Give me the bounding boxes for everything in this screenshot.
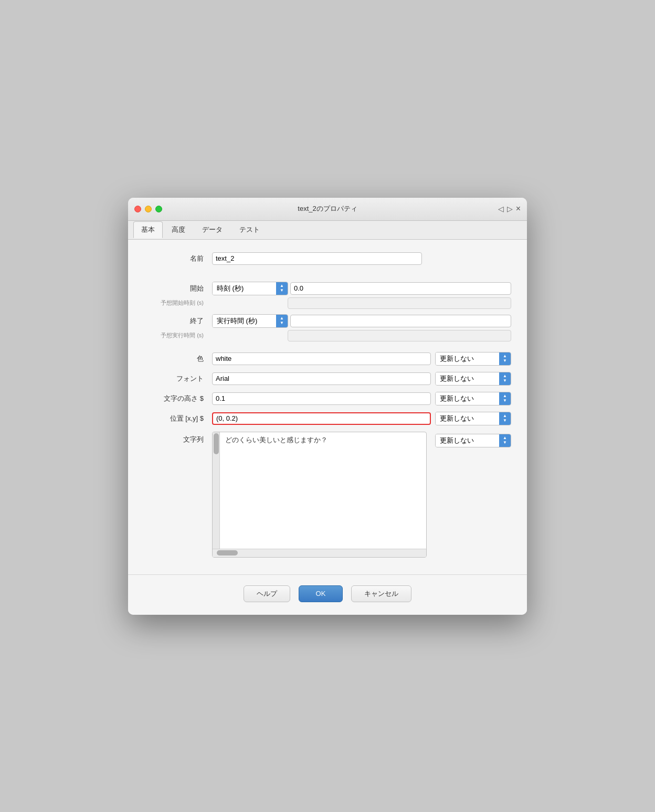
position-input[interactable]	[212, 412, 431, 425]
tab-test[interactable]: テスト	[231, 221, 268, 238]
close-button[interactable]	[134, 206, 141, 212]
color-label: 色	[144, 354, 212, 364]
font-update-dropdown[interactable]: 更新しない ▲ ▼	[435, 372, 511, 386]
end-dropdown[interactable]: 実行時間 (秒) ▲ ▼	[212, 314, 288, 328]
color-row: 色 更新しない ▲ ▼	[144, 352, 511, 366]
maximize-button[interactable]	[155, 206, 162, 212]
end-value-input[interactable]	[290, 315, 511, 327]
charheight-label: 文字の高さ $	[144, 394, 212, 403]
string-update-arrows[interactable]: ▲ ▼	[499, 434, 511, 447]
cancel-button[interactable]: キャンセル	[351, 585, 411, 602]
nav-close-icon[interactable]: ×	[516, 204, 521, 213]
titlebar: text_2のプロパティ ◁ ▷ ×	[128, 198, 527, 221]
string-row: 文字列 どのくらい美しいと感じますか？ 更新しない ▲ ▼	[144, 432, 511, 558]
font-update-text: 更新しない	[436, 372, 499, 385]
down-arrow-icon4: ▼	[503, 379, 507, 383]
start-dropdown-arrows[interactable]: ▲ ▼	[276, 282, 288, 295]
font-input[interactable]	[212, 372, 431, 385]
predicted-start-input	[288, 297, 511, 309]
name-row: 名前	[144, 252, 511, 265]
color-input[interactable]	[212, 352, 431, 365]
down-arrow-icon7: ▼	[503, 441, 507, 445]
down-arrow-icon3: ▼	[503, 359, 507, 363]
minimize-button[interactable]	[145, 206, 152, 212]
color-update-arrows[interactable]: ▲ ▼	[499, 352, 511, 365]
end-dropdown-arrows[interactable]: ▲ ▼	[276, 315, 288, 327]
down-arrow-icon2: ▼	[280, 321, 284, 325]
tab-advanced[interactable]: 高度	[164, 221, 193, 238]
charheight-input[interactable]	[212, 392, 431, 405]
nav-next-icon[interactable]: ▷	[507, 205, 513, 213]
name-input[interactable]	[212, 252, 422, 265]
traffic-lights	[134, 206, 162, 212]
predicted-end-label: 予想実行時間 (s)	[144, 332, 212, 339]
up-arrow-icon5: ▲	[503, 394, 507, 398]
charheight-update-dropdown[interactable]: 更新しない ▲ ▼	[435, 392, 511, 405]
h-scrollbar-thumb[interactable]	[217, 550, 238, 555]
scrollbar-thumb[interactable]	[214, 433, 219, 454]
string-label: 文字列	[144, 432, 212, 444]
h-scrollbar-area	[213, 549, 426, 557]
property-window: text_2のプロパティ ◁ ▷ × 基本 高度 データ テスト 名前 開始 時…	[128, 198, 527, 615]
up-arrow-icon4: ▲	[503, 374, 507, 378]
nav-prev-icon[interactable]: ◁	[498, 205, 504, 213]
ok-button[interactable]: OK	[299, 585, 343, 602]
string-textarea-area: どのくらい美しいと感じますか？	[212, 432, 427, 558]
position-label: 位置 [x,y] $	[144, 414, 212, 423]
charheight-update-text: 更新しない	[436, 392, 499, 405]
footer: ヘルプ OK キャンセル	[128, 574, 527, 615]
name-label: 名前	[144, 254, 212, 263]
up-arrow-icon7: ▲	[503, 436, 507, 440]
form-content: 名前 開始 時刻 (秒) ▲ ▼ 予想開始時刻 (s)	[128, 240, 527, 574]
position-update-arrows[interactable]: ▲ ▼	[499, 412, 511, 425]
up-arrow-icon3: ▲	[503, 354, 507, 358]
tabs-bar: 基本 高度 データ テスト	[128, 221, 527, 240]
predicted-end-input	[288, 330, 511, 341]
end-dropdown-text: 実行時間 (秒)	[213, 315, 276, 327]
start-value-input[interactable]	[290, 282, 511, 295]
tab-data[interactable]: データ	[194, 221, 230, 238]
font-label: フォント	[144, 374, 212, 383]
font-update-arrows[interactable]: ▲ ▼	[499, 372, 511, 385]
color-update-text: 更新しない	[436, 352, 499, 365]
up-arrow-icon6: ▲	[503, 414, 507, 418]
color-update-dropdown[interactable]: 更新しない ▲ ▼	[435, 352, 511, 366]
position-row: 位置 [x,y] $ 更新しない ▲ ▼	[144, 412, 511, 425]
position-update-text: 更新しない	[436, 412, 499, 425]
string-text: どのくらい美しいと感じますか？	[225, 436, 328, 444]
up-arrow-icon2: ▲	[280, 316, 284, 320]
scrollbar-track	[213, 432, 220, 557]
help-button[interactable]: ヘルプ	[244, 585, 290, 602]
string-content[interactable]: どのくらい美しいと感じますか？	[221, 432, 426, 557]
titlebar-nav: ◁ ▷ ×	[498, 204, 521, 213]
start-dropdown-text: 時刻 (秒)	[213, 282, 276, 295]
font-row: フォント 更新しない ▲ ▼	[144, 372, 511, 386]
string-update-dropdown[interactable]: 更新しない ▲ ▼	[435, 434, 511, 447]
end-label: 終了	[144, 316, 212, 326]
start-label: 開始	[144, 284, 212, 293]
window-title: text_2のプロパティ	[298, 204, 357, 213]
string-update-text: 更新しない	[436, 434, 499, 447]
tab-basic[interactable]: 基本	[133, 221, 163, 238]
position-update-dropdown[interactable]: 更新しない ▲ ▼	[435, 412, 511, 425]
up-arrow-icon: ▲	[280, 284, 284, 288]
down-arrow-icon6: ▼	[503, 419, 507, 423]
charheight-update-arrows[interactable]: ▲ ▼	[499, 392, 511, 405]
down-arrow-icon: ▼	[280, 289, 284, 293]
down-arrow-icon5: ▼	[503, 399, 507, 403]
predicted-start-label: 予想開始時刻 (s)	[144, 299, 212, 307]
charheight-row: 文字の高さ $ 更新しない ▲ ▼	[144, 392, 511, 405]
start-dropdown[interactable]: 時刻 (秒) ▲ ▼	[212, 282, 288, 295]
